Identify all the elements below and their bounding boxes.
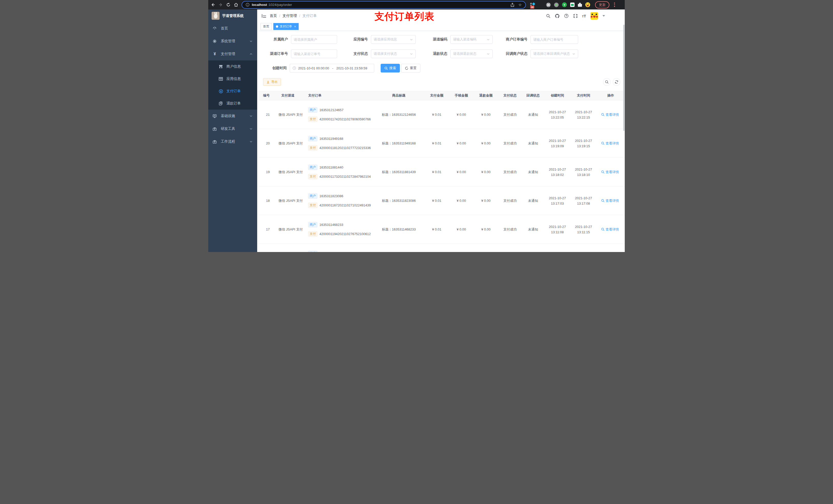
breadcrumb-home[interactable]: 首页	[270, 14, 277, 18]
chevron-down-icon	[487, 38, 490, 41]
tab-close-icon[interactable]: ×	[294, 25, 296, 28]
font-size-icon[interactable]: TT	[582, 14, 586, 18]
extension-diamond-icon[interactable]: 10	[530, 3, 535, 7]
monitor-icon	[213, 114, 217, 118]
export-button[interactable]: 导出	[263, 78, 281, 86]
table-row: 17 微信 JSAPI 支付 商户1635311468233 支付4200001…	[258, 215, 625, 244]
sidebar-item-pay-order[interactable]: 支付订单	[208, 85, 257, 97]
sidebar-item-devtools[interactable]: 研发工具	[208, 122, 257, 135]
search-icon[interactable]	[546, 14, 550, 18]
toolbox-icon	[213, 140, 217, 144]
sidebar-item-payment[interactable]: ¥ 支付管理	[208, 48, 257, 61]
main-area: 首页 / 支付管理 / 支付订单 TT 支付订单列表 首页 支付订单	[258, 9, 625, 252]
extension-chat-icon[interactable]	[570, 3, 574, 7]
extension-y-icon[interactable]: Y	[562, 2, 567, 7]
extension-record-icon[interactable]	[554, 3, 559, 7]
app-id-select[interactable]: 请选择应用信息	[371, 35, 416, 44]
chevron-down-icon	[410, 52, 413, 55]
table-row: 19 微信 JSAPI 支付 商户1635311881440 支付4200001…	[258, 158, 625, 187]
view-detail-label: 查看详情	[605, 170, 619, 174]
table-header-row: 编号 支付渠道 支付订单 商品标题 支付金额 手续金额 退款金额 支付状态 回调…	[258, 91, 625, 100]
merchant-input-field[interactable]	[294, 38, 334, 42]
back-icon[interactable]	[211, 3, 215, 7]
column-header-refund: 退款金额	[474, 93, 498, 98]
sidebar-item-label: 退款订单	[227, 101, 241, 106]
site-info-icon[interactable]	[246, 3, 249, 7]
view-detail-label: 查看详情	[605, 198, 619, 203]
fee-amount	[449, 244, 474, 252]
user-menu-caret-icon[interactable]	[602, 15, 605, 17]
order-id: 19	[260, 158, 271, 186]
search-button[interactable]: 搜索	[381, 64, 400, 72]
sidebar-item-workflow[interactable]: 工作流程	[208, 135, 257, 148]
pay-tag: 支付	[308, 174, 317, 179]
page-title-annotation: 支付订单列表	[375, 10, 434, 23]
profile-emoji-avatar[interactable]	[585, 2, 590, 7]
app-logo[interactable]: 芋道管理系统	[208, 9, 257, 22]
pay-channel: 微信 JSAPI 支付	[271, 158, 305, 186]
chevron-down-icon	[249, 40, 253, 43]
channel-order-no-field[interactable]	[294, 52, 334, 56]
merchant-order-no-field[interactable]	[533, 38, 575, 42]
extension-balloon-icon[interactable]	[538, 3, 543, 7]
forward-icon[interactable]	[218, 3, 223, 7]
reload-icon[interactable]	[226, 3, 231, 7]
column-header-created: 创建时间	[544, 93, 570, 98]
product-title: 标题：1635311949168	[373, 129, 424, 158]
tab-pay-order[interactable]: 支付订单 ×	[273, 23, 299, 30]
extensions-puzzle-icon[interactable]	[578, 3, 582, 7]
search-icon	[601, 170, 604, 174]
filter-channel-code: 渠道编码 请输入渠道编码	[418, 35, 493, 44]
tab-home[interactable]: 首页	[261, 23, 272, 30]
merchant-order-no: 1635311823086	[319, 194, 343, 198]
notify-status	[522, 244, 544, 252]
search-button-label: 搜索	[389, 66, 396, 70]
fullscreen-icon[interactable]	[573, 14, 578, 18]
merchant-input[interactable]	[291, 35, 337, 44]
product-title: 标题：1635311881439	[373, 158, 424, 186]
browser-update-button[interactable]: 更新	[595, 1, 610, 8]
view-detail-link[interactable]: 查看详情	[601, 113, 619, 117]
product-title: 标题：1635312124656	[373, 100, 424, 129]
sidebar-item-app-info[interactable]: 应用信息	[208, 73, 257, 85]
sidebar-item-merchant-info[interactable]: 商户信息	[208, 61, 257, 73]
refresh-table-button[interactable]	[613, 78, 620, 86]
sidebar-toggle-icon[interactable]	[262, 14, 266, 18]
tab-label: 首页	[263, 24, 269, 29]
notify-status-select[interactable]: 请选择订单回调商户状态	[530, 49, 578, 58]
view-detail-link[interactable]: 查看详情	[601, 141, 619, 146]
date-range-picker[interactable]: 2021-10-01 00:00:00 - 2021-10-31 23:59:5…	[290, 64, 374, 72]
sidebar-item-home[interactable]: 首页	[208, 22, 257, 35]
pay-amount: ¥ 0.01	[424, 129, 449, 158]
bookmark-star-icon[interactable]: ☆	[519, 3, 522, 7]
view-detail-link[interactable]: 查看详情	[601, 170, 619, 174]
sidebar-item-system[interactable]: 系统管理	[208, 35, 257, 48]
notify-status: 未通知	[522, 187, 544, 215]
user-avatar[interactable]	[590, 12, 598, 20]
refund-status-select[interactable]: 请选择退款状态	[450, 49, 493, 58]
sidebar-item-infra[interactable]: 基础设施	[208, 110, 257, 122]
breadcrumb-payment[interactable]: 支付管理	[283, 14, 297, 18]
pay-amount	[424, 244, 449, 252]
reset-button[interactable]: 重置	[401, 64, 420, 72]
merchant-order-no-input[interactable]	[530, 35, 578, 44]
home-icon[interactable]	[234, 3, 238, 7]
help-icon[interactable]	[564, 14, 569, 18]
gear-icon	[213, 39, 217, 43]
view-detail-link[interactable]: 查看详情	[601, 227, 619, 232]
toggle-search-button[interactable]	[603, 78, 611, 86]
channel-code-select[interactable]: 请输入渠道编码	[450, 35, 493, 44]
extension-command-icon[interactable]	[546, 3, 551, 7]
github-icon[interactable]	[555, 14, 560, 19]
browser-menu-icon[interactable]	[614, 3, 615, 7]
refund-amount: ¥ 0.00	[474, 100, 498, 129]
date-end: 2021-10-31 23:59:59	[336, 66, 367, 70]
channel-order-no-input[interactable]	[291, 49, 337, 58]
share-icon[interactable]	[510, 3, 514, 7]
url-bar[interactable]: localhost :1024/pay/order ☆	[241, 1, 526, 9]
app-title: 芋道管理系统	[222, 14, 244, 18]
view-detail-link[interactable]: 查看详情	[601, 198, 619, 203]
window-scrollbar-thumb[interactable]	[623, 25, 624, 131]
sidebar-item-refund-order[interactable]: 退款订单	[208, 97, 257, 110]
pay-status-select[interactable]: 请选择支付状态	[371, 49, 416, 58]
